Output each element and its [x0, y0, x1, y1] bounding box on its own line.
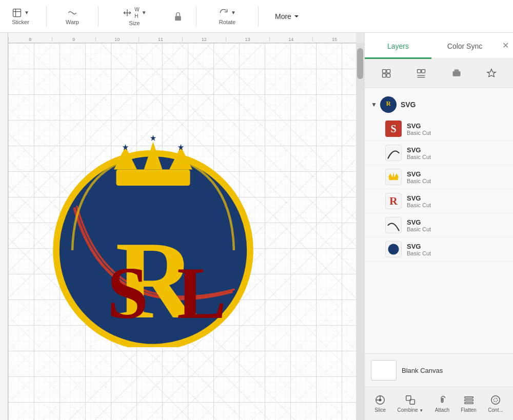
group-label: SVG [401, 101, 416, 109]
layer-item-5[interactable]: SVG Basic Cut [365, 213, 513, 237]
svg-rect-23 [389, 177, 398, 180]
right-panel: Layers Color Sync ✕ [364, 33, 513, 420]
svg-rect-4 [116, 169, 190, 186]
layer-item-2[interactable]: SVG Basic Cut [365, 141, 513, 165]
toolbar: ▼ Sticker Warp W H ▼ Size [0, 0, 513, 33]
group-thumb: R [380, 96, 397, 113]
layer-item-1[interactable]: S SVG Basic Cut [365, 117, 513, 141]
tab-color-sync[interactable]: Color Sync [431, 33, 498, 59]
blank-canvas-thumb [371, 360, 397, 381]
svg-rect-34 [464, 403, 473, 404]
layer-info-6: SVG Basic Cut [407, 243, 431, 256]
contour-button[interactable]: Cont... [484, 392, 507, 415]
svg-rect-15 [387, 70, 390, 73]
group-chevron: ▼ [371, 101, 377, 108]
canvas-grid[interactable]: R S L [8, 43, 356, 420]
panel-actions: Slice Combine ▼ Attach [365, 387, 513, 420]
main-area: 8 9 10 11 12 13 14 15 [0, 33, 513, 420]
panel-close-button[interactable]: ✕ [498, 33, 513, 58]
panel-icon-btn-4[interactable] [482, 64, 501, 83]
layer-info-3: SVG Basic Cut [407, 170, 431, 184]
sep3 [196, 6, 196, 27]
ruler-mark-15: 15 [312, 37, 356, 42]
panel-icon-btn-1[interactable] [377, 64, 396, 83]
size-tool[interactable]: W H ▼ Size [109, 7, 160, 26]
ruler-mark-12: 12 [182, 37, 226, 42]
ruler-mark-14: 14 [269, 37, 313, 42]
svg-marker-25 [392, 172, 394, 177]
panel-icon-btn-2[interactable] [412, 64, 430, 83]
sep2 [98, 6, 98, 27]
ruler-mark-13: 13 [226, 37, 269, 42]
panel-tabs: Layers Color Sync ✕ [365, 33, 513, 59]
slice-button[interactable]: Slice [370, 392, 390, 415]
canvas-logo: R S L [38, 116, 269, 347]
layer-info-1: SVG Basic Cut [407, 122, 431, 136]
blank-canvas-item[interactable]: Blank Canvas [371, 360, 507, 381]
svg-rect-17 [387, 74, 390, 77]
layer-info-4: SVG Basic Cut [407, 194, 431, 208]
attach-button[interactable]: Attach [431, 392, 453, 415]
svg-rect-32 [464, 397, 473, 398]
flatten-button[interactable]: Flatten [457, 392, 481, 415]
layer-thumb-1: S [385, 121, 402, 137]
layer-thumb-6 [385, 241, 402, 257]
svg-text:R: R [386, 100, 391, 107]
layer-item-6[interactable]: SVG Basic Cut [365, 237, 513, 262]
combine-button[interactable]: Combine ▼ [393, 392, 428, 415]
svg-rect-20 [454, 70, 458, 71]
svg-rect-0 [13, 9, 21, 16]
svg-rect-16 [383, 74, 386, 77]
svg-marker-9 [150, 135, 156, 141]
svg-marker-26 [394, 173, 399, 177]
svg-point-36 [494, 398, 497, 402]
svg-point-27 [388, 244, 399, 255]
sticker-tool[interactable]: ▼ Sticker [5, 8, 36, 25]
scrollbar-thumb[interactable] [357, 48, 363, 79]
blank-canvas-label: Blank Canvas [402, 367, 443, 374]
panel-icon-toolbar [365, 59, 513, 88]
svg-rect-14 [383, 70, 386, 73]
svg-text:S: S [107, 252, 148, 334]
svg-marker-24 [388, 173, 393, 177]
layer-thumb-2 [385, 145, 402, 161]
ruler-vertical [0, 33, 8, 420]
ruler-mark-11: 11 [139, 37, 182, 42]
ruler-horizontal: 8 9 10 11 12 13 14 15 [0, 33, 356, 43]
svg-rect-19 [422, 70, 425, 73]
warp-tool[interactable]: Warp [57, 8, 88, 25]
more-button[interactable]: More [269, 9, 306, 24]
blank-canvas-section: Blank Canvas [365, 353, 513, 387]
canvas-area[interactable]: 8 9 10 11 12 13 14 15 [0, 33, 364, 420]
scrollbar-vertical[interactable] [356, 43, 364, 420]
svg-rect-1 [175, 16, 181, 21]
svg-point-35 [491, 396, 500, 405]
sep1 [46, 6, 47, 27]
layer-group-header[interactable]: ▼ R SVG [365, 92, 513, 117]
layers-list[interactable]: ▼ R SVG S SVG Basic Cut [365, 88, 513, 353]
ruler-mark-8: 8 [8, 37, 52, 42]
layer-thumb-3 [385, 169, 402, 185]
layer-thumb-5 [385, 217, 402, 233]
layer-info-2: SVG Basic Cut [407, 146, 431, 160]
lock-icon[interactable] [170, 11, 186, 22]
svg-text:L: L [177, 252, 226, 334]
svg-rect-18 [418, 70, 421, 73]
svg-rect-33 [464, 399, 473, 401]
svg-point-29 [379, 399, 381, 401]
layer-info-5: SVG Basic Cut [407, 218, 431, 232]
layer-item-3[interactable]: SVG Basic Cut [365, 165, 513, 189]
layer-item-4[interactable]: R SVG Basic Cut [365, 189, 513, 213]
ruler-mark-9: 9 [52, 37, 95, 42]
sep4 [258, 6, 259, 27]
rotate-tool[interactable]: ▼ Rotate [207, 8, 248, 25]
ruler-mark-10: 10 [95, 37, 139, 42]
layer-thumb-4: R [385, 193, 402, 209]
panel-icon-btn-3[interactable] [447, 64, 466, 83]
tab-layers[interactable]: Layers [365, 33, 431, 59]
